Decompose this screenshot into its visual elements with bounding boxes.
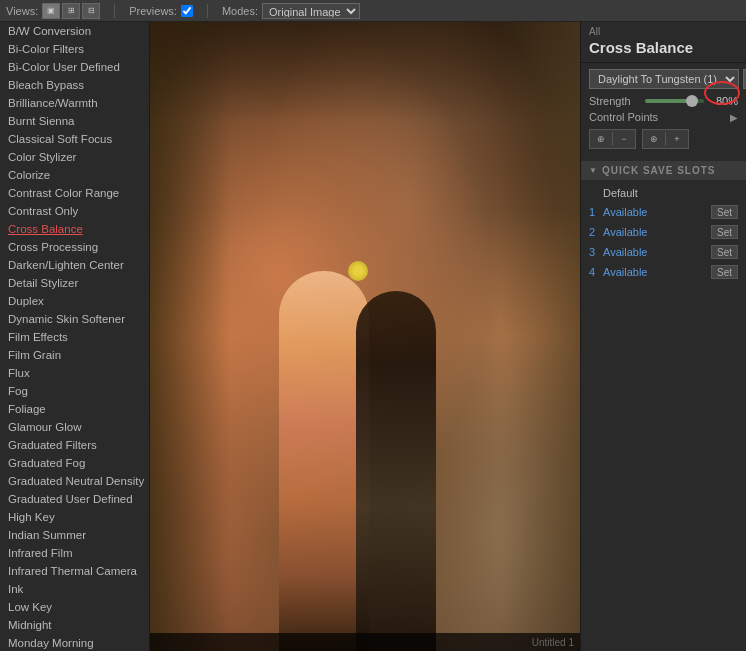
- quick-save-list: Default 1 Available Set 2 Available Set …: [581, 180, 746, 286]
- quick-save-slot-4: 4 Available Set: [581, 262, 746, 282]
- views-label: Views:: [6, 5, 38, 17]
- qs-set-btn-1[interactable]: Set: [711, 205, 738, 219]
- preset-dropdown-row: Daylight To Tungsten (1) ▼: [589, 69, 738, 89]
- sidebar-item-bi-color-user-defined[interactable]: Bi-Color User Defined: [0, 58, 149, 76]
- panel-title: Cross Balance: [581, 37, 746, 63]
- image-placeholder: Untitled 1: [150, 22, 580, 651]
- qs-set-btn-4[interactable]: Set: [711, 265, 738, 279]
- sidebar-item-classical-soft-focus[interactable]: Classical Soft Focus: [0, 130, 149, 148]
- sidebar-item-ink[interactable]: Ink: [0, 580, 149, 598]
- cp-add-btn-left[interactable]: ⊕: [590, 130, 612, 148]
- sidebar-item-cross-balance[interactable]: Cross Balance: [0, 220, 149, 238]
- sidebar-item-bi-color-filters[interactable]: Bi-Color Filters: [0, 40, 149, 58]
- cp-btn-group-right: ⊕ +: [642, 129, 689, 149]
- previews-checkbox[interactable]: [181, 5, 193, 17]
- qs-set-btn-3[interactable]: Set: [711, 245, 738, 259]
- foliage-right: [500, 22, 580, 651]
- quick-save-header: ▼ QUICK SAVE SLOTS: [581, 161, 746, 180]
- sidebar-item-graduated-filters[interactable]: Graduated Filters: [0, 436, 149, 454]
- strength-slider[interactable]: [645, 99, 704, 103]
- control-points-label: Control Points: [589, 111, 658, 123]
- quick-save-slot-2: 2 Available Set: [581, 222, 746, 242]
- cp-btn-group-left: ⊕ −: [589, 129, 636, 149]
- sidebar-item-infrared-thermal-camera[interactable]: Infrared Thermal Camera: [0, 562, 149, 580]
- qs-num-3: 3: [589, 246, 599, 258]
- sidebar-item-high-key[interactable]: High Key: [0, 508, 149, 526]
- sidebar-item-b-w-conversion[interactable]: B/W Conversion: [0, 22, 149, 40]
- qs-name-1: Available: [603, 206, 707, 218]
- modes-section: Modes: Original Image: [222, 3, 360, 19]
- sidebar-item-film-effects[interactable]: Film Effects: [0, 328, 149, 346]
- control-points-arrow: ▶: [730, 112, 738, 123]
- sidebar-item-infrared-film[interactable]: Infrared Film: [0, 544, 149, 562]
- cp-add-plus-btn[interactable]: +: [666, 130, 688, 148]
- separator-1: [114, 4, 115, 18]
- sidebar-item-colorize[interactable]: Colorize: [0, 166, 149, 184]
- strength-value: 80%: [710, 95, 738, 107]
- apple-detail: [348, 261, 368, 281]
- cp-remove-btn-left[interactable]: −: [613, 130, 635, 148]
- sidebar-item-graduated-user-defined[interactable]: Graduated User Defined: [0, 490, 149, 508]
- view-compare-btn[interactable]: ⊟: [82, 3, 100, 19]
- image-area: Untitled 1: [150, 22, 580, 651]
- sidebar-item-monday-morning[interactable]: Monday Morning: [0, 634, 149, 651]
- strength-row: Strength 80%: [589, 95, 738, 107]
- previews-section: Previews:: [129, 5, 193, 17]
- qs-set-btn-2[interactable]: Set: [711, 225, 738, 239]
- couple-image: [150, 22, 580, 651]
- quick-save-default: Default: [581, 184, 746, 202]
- main-area: B/W ConversionBi-Color FiltersBi-Color U…: [0, 22, 746, 651]
- cp-add-btn-right[interactable]: ⊕: [643, 130, 665, 148]
- separator-2: [207, 4, 208, 18]
- sidebar-item-low-key[interactable]: Low Key: [0, 598, 149, 616]
- sidebar-item-burnt-sienna[interactable]: Burnt Sienna: [0, 112, 149, 130]
- strength-thumb[interactable]: [686, 95, 698, 107]
- previews-label: Previews:: [129, 5, 177, 17]
- modes-label: Modes:: [222, 5, 258, 17]
- qs-name-3: Available: [603, 246, 707, 258]
- qs-num-4: 4: [589, 266, 599, 278]
- sidebar-item-dynamic-skin-softener[interactable]: Dynamic Skin Softener: [0, 310, 149, 328]
- qs-name-4: Available: [603, 266, 707, 278]
- sidebar-item-flux[interactable]: Flux: [0, 364, 149, 382]
- sidebar-item-color-stylizer[interactable]: Color Stylizer: [0, 148, 149, 166]
- strength-label: Strength: [589, 95, 639, 107]
- breadcrumb: All: [581, 22, 746, 37]
- sidebar-item-contrast-color-range[interactable]: Contrast Color Range: [0, 184, 149, 202]
- quick-save-slot-1: 1 Available Set: [581, 202, 746, 222]
- sidebar-item-darken-lighten-center[interactable]: Darken/Lighten Center: [0, 256, 149, 274]
- strength-slider-container: [645, 99, 704, 103]
- image-bottom-bar: Untitled 1: [150, 633, 580, 651]
- sidebar-item-cross-processing[interactable]: Cross Processing: [0, 238, 149, 256]
- quick-save-triangle: ▼: [589, 166, 598, 175]
- sidebar-item-detail-stylizer[interactable]: Detail Stylizer: [0, 274, 149, 292]
- filter-sidebar: B/W ConversionBi-Color FiltersBi-Color U…: [0, 22, 150, 651]
- sidebar-item-brilliance-warmth[interactable]: Brilliance/Warmth: [0, 94, 149, 112]
- quick-save-slot-3: 3 Available Set: [581, 242, 746, 262]
- modes-select[interactable]: Original Image: [262, 3, 360, 19]
- sidebar-item-bleach-bypass[interactable]: Bleach Bypass: [0, 76, 149, 94]
- quick-save-title: QUICK SAVE SLOTS: [602, 165, 716, 176]
- sidebar-item-film-grain[interactable]: Film Grain: [0, 346, 149, 364]
- view-buttons: ▣ ⊞ ⊟: [42, 3, 100, 19]
- preset-select[interactable]: Daylight To Tungsten (1): [589, 69, 739, 89]
- sidebar-item-indian-summer[interactable]: Indian Summer: [0, 526, 149, 544]
- qs-num-2: 2: [589, 226, 599, 238]
- sidebar-item-graduated-neutral-density[interactable]: Graduated Neutral Density: [0, 472, 149, 490]
- sidebar-item-glamour-glow[interactable]: Glamour Glow: [0, 418, 149, 436]
- control-points-row: Control Points ▶: [589, 111, 738, 123]
- qs-num-1: 1: [589, 206, 599, 218]
- sidebar-item-fog[interactable]: Fog: [0, 382, 149, 400]
- sidebar-item-graduated-fog[interactable]: Graduated Fog: [0, 454, 149, 472]
- sidebar-item-foliage[interactable]: Foliage: [0, 400, 149, 418]
- figure-right: [356, 291, 436, 651]
- sidebar-item-midnight[interactable]: Midnight: [0, 616, 149, 634]
- sidebar-item-duplex[interactable]: Duplex: [0, 292, 149, 310]
- right-panel: All Cross Balance Daylight To Tungsten (…: [580, 22, 746, 651]
- view-single-btn[interactable]: ▣: [42, 3, 60, 19]
- views-section: Views: ▣ ⊞ ⊟: [6, 3, 100, 19]
- qs-name-2: Available: [603, 226, 707, 238]
- toolbar: Views: ▣ ⊞ ⊟ Previews: Modes: Original I…: [0, 0, 746, 22]
- sidebar-item-contrast-only[interactable]: Contrast Only: [0, 202, 149, 220]
- view-split-btn[interactable]: ⊞: [62, 3, 80, 19]
